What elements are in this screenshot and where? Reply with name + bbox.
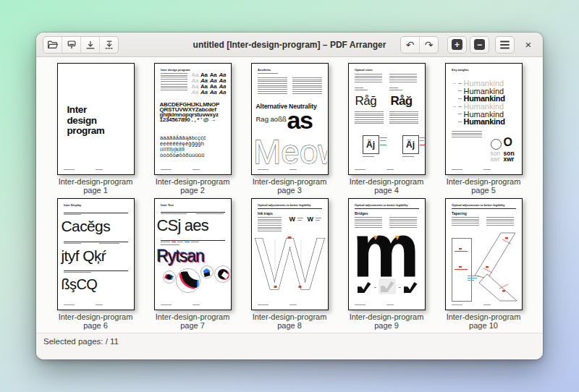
header-right-controls: ↶ ↷ + − × — [400, 36, 536, 54]
page-heading: Optical adjustments to better legibility — [258, 203, 311, 207]
weight-samples: Humankind Humankind Humankind Humankind … — [453, 80, 505, 126]
tapering-diagram — [473, 231, 521, 303]
detail-circle — [163, 270, 176, 284]
section-subhead: Tapering — [452, 211, 467, 216]
weight-specimen-grid: AaAaAaAa AaAaAaAa AaAaAaAa AaAaAaAa — [192, 72, 227, 95]
poster-title-line: Inter — [67, 105, 105, 116]
display-size-sample: Råğ — [355, 94, 377, 108]
bold-o-glyph: O — [504, 137, 512, 148]
character-set: ABCDEFGHIJKLMNOP QRSTUVWXYZabcdef ghijkl… — [160, 103, 220, 123]
chromatic-specimen: Rytsan — [157, 248, 205, 265]
redo-button[interactable]: ↷ — [420, 37, 438, 53]
notch-sample — [404, 282, 418, 293]
thumbnail-page-3[interactable]: Aesthetic Alternative Neutrality Rag aoß… — [241, 63, 338, 195]
redo-icon: ↷ — [425, 40, 434, 50]
greeked-text — [389, 111, 418, 124]
notch-sample — [358, 282, 371, 293]
menu-button[interactable] — [495, 36, 515, 54]
page-heading: Aesthetic — [258, 68, 271, 72]
caption-with-links — [161, 242, 199, 242]
outline-o-glyph — [491, 139, 502, 150]
greeked-text — [258, 73, 278, 74]
thumbnail-page-6[interactable]: Inter Display Cacĕgs jtyf Qķŕ ßşCQ Inter… — [47, 198, 144, 330]
page-heading: Optical sizes — [355, 68, 373, 72]
page-preview: Optical adjustments to better legibility… — [251, 198, 329, 310]
greeked-text — [258, 217, 282, 231]
page-preview: Aesthetic Alternative Neutrality Rag aoß… — [251, 63, 329, 175]
thumbnail-caption: Inter-design-programpage 7 — [156, 313, 230, 330]
page-grid: Inter design program Inter-design-progra… — [36, 57, 543, 333]
svg-text:Meow: Meow — [253, 133, 327, 169]
text-size-sample: Råğ — [391, 94, 413, 108]
thumbnail-page-5[interactable]: Key weights Humankind Humankind Humankin… — [435, 63, 532, 195]
large-glyph-sample: as — [287, 108, 313, 132]
specimen-line: jtyf Qķŕ — [62, 248, 106, 263]
page-preview: Inter design program — [57, 63, 135, 175]
greeked-text — [355, 217, 382, 228]
text-sample: Rag aoßß — [256, 115, 287, 123]
close-button[interactable]: × — [520, 37, 536, 53]
thumbnail-caption: Inter-design-programpage 10 — [447, 313, 521, 330]
pdf-arranger-window: untitled [Inter-design-program] – PDF Ar… — [36, 33, 543, 359]
thumbnail-page-2[interactable]: Inter design program AaAaAaAa AaAaAaAa A… — [144, 63, 241, 195]
thumbnail-caption: Inter-design-programpage 1 — [59, 178, 133, 195]
save-button[interactable] — [81, 37, 100, 53]
zoom-out-button[interactable]: − — [470, 36, 489, 54]
thumbnail-caption: Inter-design-programpage 9 — [350, 313, 424, 330]
thumbnail-page-4[interactable]: Optical sizes Råğ Råğ Äj Äj — [338, 63, 435, 195]
greeked-text — [161, 84, 187, 91]
thumbnail-caption: Inter-design-programpage 4 — [350, 178, 424, 195]
detail-circle — [176, 268, 200, 293]
greeked-text — [258, 77, 287, 95]
specimen-line: ßşCQ — [62, 277, 98, 291]
zoom-in-button[interactable]: + — [447, 36, 467, 54]
red-annotation — [420, 145, 425, 145]
folder-open-icon — [47, 39, 59, 51]
svg-text:W: W — [255, 232, 324, 291]
headerbar: untitled [Inter-design-program] – PDF Ar… — [36, 33, 543, 57]
close-icon: × — [525, 38, 532, 51]
poster-title-line: design — [67, 116, 105, 127]
greeked-text — [389, 74, 417, 83]
thumbnail-caption: Inter-design-programpage 2 — [156, 178, 230, 195]
thumbnail-caption: Inter-design-programpage 3 — [253, 178, 327, 195]
page-preview: Inter Display Cacĕgs jtyf Qķŕ ßşCQ — [57, 198, 135, 310]
zoom-in-icon: + — [452, 39, 462, 50]
section-subhead: Bridges — [355, 211, 368, 216]
greeked-text — [161, 73, 187, 82]
greeked-text — [355, 111, 384, 124]
greeked-text — [486, 217, 514, 226]
bridge-diagram: m — [354, 234, 420, 278]
open-button[interactable] — [43, 37, 62, 53]
thumbnail-page-7[interactable]: Inter Text CSj aes Rytsan — [144, 198, 241, 330]
print-button[interactable] — [62, 37, 81, 53]
thumbnail-row-1: Inter design program Inter-design-progra… — [47, 63, 532, 195]
detail-circle — [200, 265, 214, 278]
mini-w-sample: W — [308, 216, 314, 223]
page-preview: Inter Text CSj aes Rytsan — [154, 198, 232, 310]
greeked-text — [452, 217, 479, 226]
thumbnail-page-10[interactable]: Optical adjustments to better legibility… — [435, 198, 532, 330]
glyph-box: Äj — [402, 135, 419, 154]
greeked-text — [389, 217, 417, 228]
thumbnail-page-9[interactable]: Optical adjustments to better legibility… — [338, 198, 435, 330]
section-subhead: Ink traps — [258, 211, 273, 216]
page-heading: Inter design program — [161, 68, 190, 72]
save-icon — [85, 39, 96, 51]
undo-icon: ↶ — [406, 40, 415, 50]
glyph-box: Äj — [363, 135, 379, 154]
thumbnail-page-1[interactable]: Inter design program Inter-design-progra… — [47, 63, 144, 195]
outline-word-sample: Meow — [253, 133, 327, 169]
import-button[interactable] — [100, 37, 118, 53]
page-heading: Optical adjustments to better legibility — [452, 203, 505, 207]
print-icon — [66, 39, 77, 51]
specimen-line: Cacĕgs — [62, 218, 111, 234]
thumbnail-page-8[interactable]: Optical adjustments to better legibility… — [241, 198, 338, 330]
undo-button[interactable]: ↶ — [401, 37, 420, 53]
menu-icon — [500, 44, 510, 46]
thumbnail-caption: Inter-design-programpage 8 — [253, 313, 327, 330]
statusbar: Selected pages: / 11 — [36, 333, 543, 359]
ink-trap-diagram: W — [253, 232, 326, 291]
bold-letter-pair: sonxwr — [504, 151, 515, 162]
green-annotation — [380, 145, 386, 145]
